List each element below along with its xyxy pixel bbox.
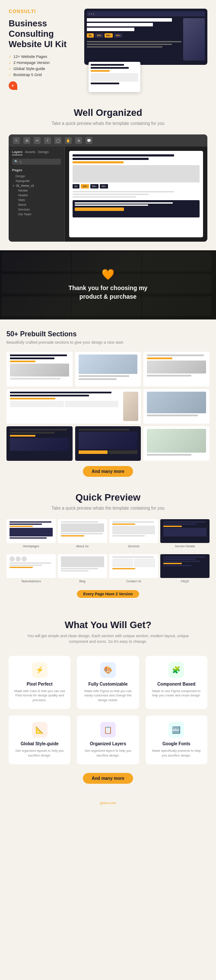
version-badge: Every Page Have 2 Version	[77, 590, 139, 598]
layer-header[interactable]: Header	[12, 193, 61, 198]
feature-item: ✓Global Style-guide	[9, 67, 78, 71]
figma-tool-cursor[interactable]: ↖	[13, 137, 20, 144]
preview-card-about	[58, 519, 107, 543]
feature-card-styleguide: 📐 Global Style-guide Get organized layou…	[9, 715, 70, 764]
secondary-mockup	[89, 62, 140, 92]
layer-design[interactable]: Design	[12, 174, 61, 179]
component-desc: Made to use Figma component to help you …	[150, 689, 203, 698]
preview-label-faqs: FAQS	[160, 580, 210, 583]
thank-you-section: 🧡 Thank you for choosing myproduct & pur…	[0, 250, 216, 319]
hero-mockup-area: 30+ 95% 500+ 400+	[84, 9, 207, 90]
preview-card-blog	[58, 554, 107, 578]
prebuilt-grid	[6, 352, 210, 461]
what-you-get-section: What You Will Get? You will get simple a…	[0, 609, 216, 797]
check-icon: ✓	[9, 55, 12, 59]
features-grid: ⚡ Pixel Perfect Made with Care to that y…	[9, 656, 207, 765]
quick-preview-section: Quick Preview Take a quick preview whats…	[0, 488, 216, 609]
pixel-perfect-desc: Made with Care to that you can use Pixel…	[13, 689, 66, 703]
feature-card-layers: 📋 Organized Layers Get organized layers …	[77, 715, 139, 764]
well-organized-title: Well Organized	[9, 107, 207, 118]
footer: gfxtra.com	[0, 797, 216, 809]
prebuilt-card	[6, 352, 73, 386]
preview-label-team: Team/Advisors	[6, 580, 56, 583]
styleguide-title: Global Style-guide	[13, 741, 66, 747]
and-more-bottom-button[interactable]: And many more	[83, 773, 133, 784]
pixel-perfect-icon-wrapper: ⚡	[32, 662, 48, 678]
layers-icon: 📋	[104, 726, 112, 734]
tab-assets[interactable]: Assets	[25, 150, 35, 155]
main-title: Business Consulting Website UI Kit	[9, 18, 78, 49]
layer-styleguide[interactable]: Styleguide	[12, 179, 61, 183]
feature-card-customizable: 🎨 Fully Customizable Made with Figma so …	[77, 656, 139, 709]
layer-stats[interactable]: Stats	[12, 198, 61, 202]
styleguide-icon: 📐	[35, 726, 44, 734]
component-icon-wrapper: 🧩	[168, 662, 184, 678]
preview-item-about: About Us	[58, 519, 107, 548]
wyg-description: You will get simple and clean design, Ea…	[26, 633, 190, 645]
prebuilt-card	[143, 426, 210, 461]
tab-design[interactable]: Design	[38, 150, 49, 155]
thank-you-overlay: 🧡 Thank you for choosing myproduct & pur…	[0, 250, 216, 319]
prebuilt-header: 50+ Prebuilt Sections Beautifully crafte…	[6, 330, 210, 345]
preview-label-homepages: Homepages	[6, 545, 56, 548]
and-more-button-area: And many more	[6, 466, 210, 477]
layers-title: Organized Layers	[81, 741, 134, 747]
tab-layers[interactable]: Layers	[12, 150, 22, 155]
preview-card-services	[109, 519, 159, 543]
preview-card-contact	[109, 554, 159, 578]
wyg-title: What You Will Get?	[9, 619, 207, 631]
figma-tool-zoom[interactable]: ⊕	[75, 137, 82, 144]
figma-tool-frame[interactable]: ⊞	[23, 137, 30, 144]
feature-card-pixel-perfect: ⚡ Pixel Perfect Made with Care to that y…	[9, 656, 70, 709]
figma-tool-hand[interactable]: ✋	[65, 137, 72, 144]
figma-sidebar: Layers Assets Design 🔍 Q Pages Design St…	[9, 147, 65, 242]
prebuilt-card-wide	[6, 389, 141, 424]
and-more-button[interactable]: And many more	[83, 466, 133, 477]
preview-card-homepages	[6, 519, 56, 543]
layer-services[interactable]: Services	[12, 207, 61, 212]
preview-item-service-details: Service Details	[160, 519, 210, 548]
fonts-title: Google Fonts	[150, 741, 203, 747]
preview-grid-top: Homepages About Us	[6, 519, 210, 548]
preview-row-1: Homepages About Us	[6, 519, 210, 548]
well-organized-section: Well Organized Take a quick preview what…	[0, 94, 216, 250]
preview-card-service-details	[160, 519, 210, 543]
figma-canvas: 30+ 95% 500+ 400+	[65, 147, 207, 242]
thank-you-icon: 🧡	[102, 268, 114, 281]
layer-home-v2[interactable]: ▼ 02_Home_v2	[12, 183, 61, 188]
feature-card-component: 🧩 Component Based Made to use Figma comp…	[146, 656, 207, 709]
pixel-perfect-icon: ⚡	[35, 666, 44, 674]
check-icon: ✓	[9, 67, 12, 71]
preview-label-blog: Blog	[58, 580, 107, 583]
preview-grid-bottom: Team/Advisors Blog	[6, 554, 210, 583]
feature-item: ✓Bootstrap 5 Grid	[9, 73, 78, 77]
check-icon: ✓	[9, 61, 12, 65]
header-left: CONSULTI Business Consulting Website UI …	[9, 9, 78, 90]
header-section: CONSULTI Business Consulting Website UI …	[0, 0, 216, 94]
styleguide-icon-wrapper: 📐	[32, 722, 48, 737]
prebuilt-title: 50+ Prebuilt Sections	[6, 330, 210, 338]
layer-about[interactable]: About	[12, 202, 61, 207]
preview-item-contact: Contact Us	[109, 554, 159, 583]
figma-tool-comment[interactable]: 💬	[86, 137, 92, 144]
figma-icon: F	[9, 81, 17, 90]
feature-list: ✓12+ Website Pages ✓2 Homepage Version ✓…	[9, 54, 78, 77]
layer-navbar[interactable]: Navbar	[12, 188, 61, 193]
preview-card-team	[6, 554, 56, 578]
styleguide-desc: Get organized layouts to help you sacrif…	[13, 749, 66, 758]
customizable-icon-wrapper: 🎨	[100, 662, 116, 678]
version-badge-area: Every Page Have 2 Version	[6, 585, 210, 598]
pages-label: Pages	[12, 168, 61, 172]
figma-tool-text[interactable]: T	[44, 137, 51, 144]
fonts-desc: Made specifically presents to help you s…	[150, 749, 203, 758]
figma-tool-pencil[interactable]: ✏	[34, 137, 41, 144]
customizable-desc: Made with Figma so that you can easily c…	[81, 689, 134, 703]
preview-item-blog: Blog	[58, 554, 107, 583]
customizable-title: Fully Customizable	[81, 681, 134, 687]
footer-link[interactable]: gfxtra.com	[100, 801, 116, 805]
layer-our-team[interactable]: Our Team	[12, 212, 61, 217]
figma-tool-shape[interactable]: ◯	[54, 137, 61, 144]
fonts-icon: 🔤	[172, 726, 181, 734]
component-icon: 🧩	[172, 666, 181, 674]
layers-desc: Get organized layers to help you sacrifi…	[81, 749, 134, 758]
